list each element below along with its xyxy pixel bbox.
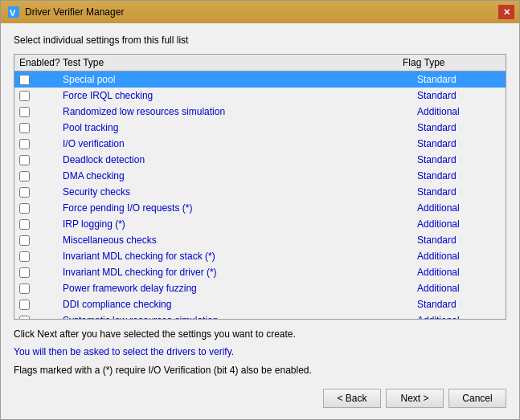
- row-checkbox-cell[interactable]: [14, 139, 63, 149]
- row-test-name: I/O verification: [63, 138, 417, 149]
- row-checkbox[interactable]: [19, 75, 30, 85]
- row-checkbox-cell[interactable]: [14, 171, 63, 181]
- row-checkbox[interactable]: [19, 219, 30, 230]
- row-checkbox-cell[interactable]: [14, 235, 63, 246]
- info-section: Click Next after you have selected the s…: [14, 328, 506, 377]
- table-row[interactable]: Invariant MDL checking for driver (*)Add…: [14, 264, 506, 280]
- col-header-flag: Flag Type: [403, 57, 491, 68]
- row-checkbox[interactable]: [19, 251, 30, 262]
- row-test-name: Pool tracking: [63, 122, 417, 133]
- row-checkbox[interactable]: [19, 107, 30, 117]
- row-test-name: Special pool: [63, 74, 417, 85]
- row-checkbox-cell[interactable]: [14, 316, 63, 319]
- table-row[interactable]: Security checksStandard: [14, 184, 506, 200]
- row-checkbox[interactable]: [19, 235, 30, 246]
- row-flag-type: Standard: [417, 90, 506, 101]
- svg-text:V: V: [10, 8, 16, 18]
- col-header-test: Test Type: [63, 57, 403, 68]
- row-flag-type: Standard: [417, 234, 506, 246]
- row-checkbox[interactable]: [19, 155, 30, 165]
- table-row[interactable]: DMA checkingStandard: [14, 168, 506, 184]
- row-checkbox-cell[interactable]: [14, 300, 63, 310]
- row-checkbox[interactable]: [19, 203, 30, 214]
- row-test-name: DMA checking: [63, 170, 417, 181]
- row-test-name: Force IRQL checking: [63, 90, 417, 101]
- row-flag-type: Additional: [417, 315, 506, 319]
- close-button[interactable]: ✕: [498, 5, 514, 19]
- row-checkbox[interactable]: [19, 139, 30, 149]
- title-bar-left: V Driver Verifier Manager: [7, 6, 124, 18]
- row-test-name: Force pending I/O requests (*): [63, 202, 417, 214]
- table-row[interactable]: Deadlock detectionStandard: [14, 152, 506, 168]
- settings-table: Enabled? Test Type Flag Type Special poo…: [14, 54, 506, 320]
- row-checkbox[interactable]: [19, 171, 30, 181]
- row-checkbox[interactable]: [19, 91, 30, 101]
- row-checkbox-cell[interactable]: [14, 219, 63, 230]
- table-row[interactable]: DDI compliance checkingStandard: [14, 296, 506, 312]
- table-body[interactable]: Special poolStandardForce IRQL checkingS…: [14, 71, 506, 319]
- table-row[interactable]: Force pending I/O requests (*)Additional: [14, 200, 506, 216]
- row-test-name: Power framework delay fuzzing: [63, 283, 417, 294]
- table-row[interactable]: Special poolStandard: [14, 71, 506, 88]
- table-row[interactable]: I/O verificationStandard: [14, 136, 506, 152]
- next-button[interactable]: Next >: [386, 389, 444, 408]
- row-test-name: IRP logging (*): [63, 218, 417, 230]
- main-content: Select individual settings from this ful…: [1, 23, 519, 419]
- row-flag-type: Additional: [417, 267, 506, 278]
- row-checkbox[interactable]: [19, 267, 30, 278]
- table-row[interactable]: Invariant MDL checking for stack (*)Addi…: [14, 248, 506, 264]
- row-checkbox-cell[interactable]: [14, 251, 63, 262]
- row-checkbox[interactable]: [19, 300, 30, 310]
- row-checkbox-cell[interactable]: [14, 123, 63, 133]
- row-flag-type: Standard: [417, 154, 506, 165]
- back-button[interactable]: < Back: [323, 389, 381, 408]
- info-line-3: Flags marked with a (*) require I/O Veri…: [14, 364, 506, 377]
- row-flag-type: Additional: [417, 251, 506, 262]
- app-icon: V: [7, 6, 20, 18]
- row-checkbox-cell[interactable]: [14, 283, 63, 294]
- table-row[interactable]: Miscellaneous checksStandard: [14, 232, 506, 248]
- row-flag-type: Standard: [417, 74, 506, 85]
- row-checkbox-cell[interactable]: [14, 107, 63, 117]
- table-row[interactable]: IRP logging (*)Additional: [14, 216, 506, 232]
- main-window: V Driver Verifier Manager ✕ Select indiv…: [0, 0, 520, 420]
- row-test-name: Systematic low resources simulation: [63, 315, 417, 319]
- info-line-2: You will then be asked to select the dri…: [14, 345, 506, 359]
- row-test-name: Deadlock detection: [63, 154, 417, 165]
- row-flag-type: Standard: [417, 122, 506, 133]
- row-checkbox[interactable]: [19, 316, 30, 319]
- row-checkbox-cell[interactable]: [14, 155, 63, 165]
- row-flag-type: Standard: [417, 299, 506, 310]
- row-test-name: Invariant MDL checking for stack (*): [63, 251, 417, 262]
- table-row[interactable]: Power framework delay fuzzingAdditional: [14, 280, 506, 296]
- row-checkbox-cell[interactable]: [14, 75, 63, 85]
- col-scroll-spacer: [491, 57, 506, 68]
- table-header: Enabled? Test Type Flag Type: [14, 55, 506, 71]
- row-checkbox[interactable]: [19, 187, 30, 198]
- cancel-button[interactable]: Cancel: [448, 389, 506, 408]
- row-checkbox-cell[interactable]: [14, 267, 63, 278]
- row-flag-type: Additional: [417, 283, 506, 294]
- button-bar: < Back Next > Cancel: [14, 385, 506, 411]
- table-row[interactable]: Systematic low resources simulationAddit…: [14, 312, 506, 319]
- row-test-name: Security checks: [63, 186, 417, 198]
- col-header-enabled: Enabled?: [14, 57, 63, 68]
- row-flag-type: Standard: [417, 186, 506, 198]
- row-checkbox-cell[interactable]: [14, 203, 63, 214]
- row-test-name: Invariant MDL checking for driver (*): [63, 267, 417, 278]
- window-title: Driver Verifier Manager: [25, 6, 124, 18]
- table-row[interactable]: Randomized low resources simulationAddit…: [14, 104, 506, 120]
- row-test-name: Miscellaneous checks: [63, 234, 417, 246]
- table-row[interactable]: Force IRQL checkingStandard: [14, 88, 506, 104]
- table-row[interactable]: Pool trackingStandard: [14, 120, 506, 136]
- row-flag-type: Additional: [417, 202, 506, 214]
- row-checkbox[interactable]: [19, 123, 30, 133]
- row-checkbox-cell[interactable]: [14, 187, 63, 198]
- instruction-text: Select individual settings from this ful…: [14, 35, 506, 46]
- row-test-name: DDI compliance checking: [63, 299, 417, 310]
- row-checkbox[interactable]: [19, 283, 30, 294]
- row-flag-type: Standard: [417, 138, 506, 149]
- title-bar: V Driver Verifier Manager ✕: [1, 1, 519, 23]
- row-flag-type: Standard: [417, 170, 506, 181]
- row-checkbox-cell[interactable]: [14, 91, 63, 101]
